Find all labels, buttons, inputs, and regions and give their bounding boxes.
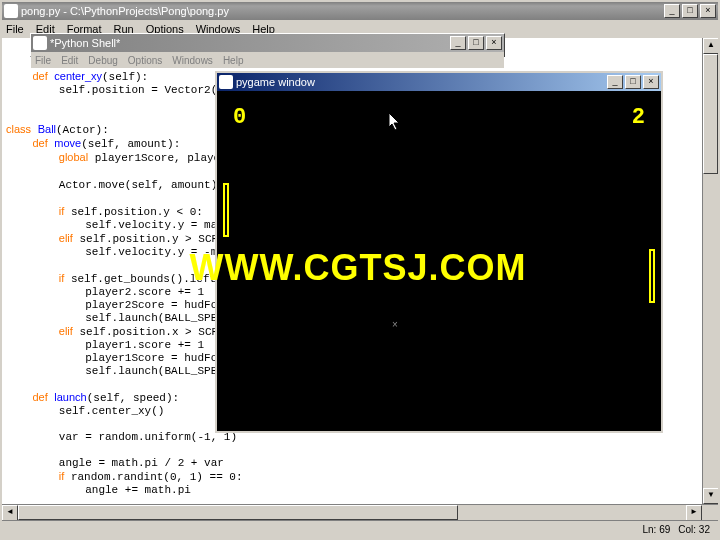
status-col: Col: 32: [678, 524, 710, 535]
menu-edit[interactable]: Edit: [61, 55, 78, 66]
close-button[interactable]: ×: [643, 75, 659, 89]
vertical-scrollbar[interactable]: ▲ ▼: [702, 38, 718, 504]
python-icon: [4, 4, 18, 18]
editor-title: pong.py - C:\PythonProjects\Pong\pong.py: [21, 5, 664, 17]
score-right: 2: [632, 105, 645, 130]
scroll-down-button[interactable]: ▼: [703, 488, 718, 504]
status-bar: Ln: 69 Col: 32: [2, 520, 718, 538]
score-left: 0: [233, 105, 246, 130]
pygame-titlebar[interactable]: pygame window _ □ ×: [217, 73, 661, 91]
ball: ×: [392, 319, 398, 330]
close-button[interactable]: ×: [486, 36, 502, 50]
scroll-thumb-h[interactable]: [18, 505, 458, 520]
pygame-window[interactable]: pygame window _ □ × 0 2 ×: [215, 71, 663, 433]
editor-titlebar[interactable]: pong.py - C:\PythonProjects\Pong\pong.py…: [2, 2, 718, 20]
game-canvas: 0 2 ×: [217, 91, 661, 431]
minimize-button[interactable]: _: [664, 4, 680, 18]
paddle-left: [223, 183, 229, 237]
scroll-right-button[interactable]: ►: [686, 505, 702, 520]
shell-window[interactable]: *Python Shell* _ □ × File Edit Debug Opt…: [30, 33, 505, 57]
python-icon: [33, 36, 47, 50]
minimize-button[interactable]: _: [450, 36, 466, 50]
paddle-right: [649, 249, 655, 303]
minimize-button[interactable]: _: [607, 75, 623, 89]
horizontal-scrollbar[interactable]: ◄ ►: [2, 504, 718, 520]
maximize-button[interactable]: □: [468, 36, 484, 50]
maximize-button[interactable]: □: [625, 75, 641, 89]
scroll-thumb[interactable]: [703, 54, 718, 174]
menu-file[interactable]: File: [6, 23, 24, 35]
scroll-up-button[interactable]: ▲: [703, 38, 718, 54]
status-line: Ln: 69: [643, 524, 671, 535]
shell-title: *Python Shell*: [50, 37, 450, 49]
shell-titlebar[interactable]: *Python Shell* _ □ ×: [31, 34, 504, 52]
close-button[interactable]: ×: [700, 4, 716, 18]
menu-debug[interactable]: Debug: [88, 55, 117, 66]
menu-windows[interactable]: Windows: [172, 55, 213, 66]
menu-file[interactable]: File: [35, 55, 51, 66]
maximize-button[interactable]: □: [682, 4, 698, 18]
scroll-left-button[interactable]: ◄: [2, 505, 18, 520]
pygame-icon: [219, 75, 233, 89]
pygame-title: pygame window: [236, 76, 607, 88]
menu-help[interactable]: Help: [223, 55, 244, 66]
menu-options[interactable]: Options: [128, 55, 162, 66]
shell-menubar: File Edit Debug Options Windows Help: [31, 52, 504, 68]
